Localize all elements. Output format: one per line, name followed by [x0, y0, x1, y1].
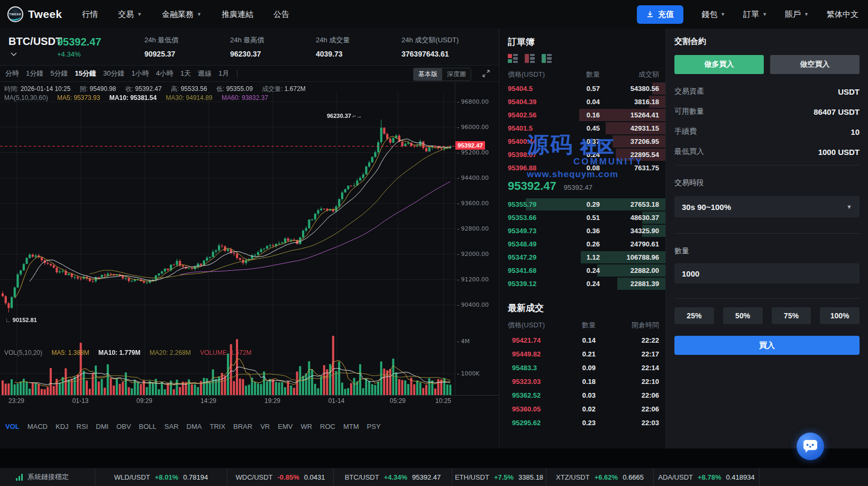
indicator-tab-roc[interactable]: ROC — [320, 423, 335, 430]
orderbook-row[interactable]: 95396.880.087631.75 — [499, 161, 665, 175]
orderbook-row[interactable]: 95404.50.5754380.56 — [499, 82, 665, 95]
orderbook-row[interactable]: 95349.730.3634325.90 — [499, 224, 665, 237]
orderbook-row[interactable]: 95401.50.4542931.15 — [499, 122, 665, 135]
trade-price: 95362.52 — [508, 391, 559, 399]
info-label: 交易資產 — [674, 87, 704, 96]
nav-item-label: 交易 — [118, 10, 134, 20]
timeframe-1月[interactable]: 1月 — [218, 69, 229, 78]
indicator-tab-dmi[interactable]: DMI — [96, 423, 108, 430]
indicator-tab-vol[interactable]: VOL — [5, 423, 20, 430]
timeframe-1分鐘[interactable]: 1分鐘 — [26, 69, 43, 78]
indicator-tab-psy[interactable]: PSY — [367, 423, 381, 430]
indicator-tab-sar[interactable]: SAR — [165, 423, 179, 430]
orderbook-row[interactable]: 95348.490.2624790.61 — [499, 237, 665, 251]
ticker-WLD/USDT[interactable]: WLD/USDT+8.01%0.78194 — [95, 468, 227, 486]
fullscreen-icon[interactable] — [482, 69, 490, 80]
ticker-pair: WLD/USDT — [114, 473, 150, 481]
stat-label: 24h 最高價 — [230, 35, 316, 45]
short-buy-button[interactable]: 做空買入 — [770, 55, 860, 74]
timeframe-1天[interactable]: 1天 — [180, 69, 191, 78]
indicator-tab-rsi[interactable]: RSI — [77, 423, 88, 430]
high-annotation: 96230.37 ⌐→ — [327, 113, 362, 119]
orderbook-row[interactable]: 95400.440.3737206.95 — [499, 135, 665, 148]
indicator-tab-mtm[interactable]: MTM — [343, 423, 359, 430]
order-qty: 0.26 — [556, 240, 600, 248]
percent-button-75[interactable]: 75% — [772, 307, 811, 324]
deposit-button[interactable]: 充值 — [637, 5, 683, 24]
indicator-tab-macd[interactable]: MACD — [28, 423, 48, 430]
nav-item-行情[interactable]: 行情 — [82, 10, 98, 20]
nav-item-金融業務[interactable]: 金融業務▼ — [162, 10, 202, 20]
indicator-tab-boll[interactable]: BOLL — [139, 423, 157, 430]
nav-item-公告[interactable]: 公告 — [273, 10, 289, 20]
timeframe-分時[interactable]: 分時 — [5, 69, 19, 78]
order-price: 95339.12 — [508, 280, 556, 288]
indicator-tab-kdj[interactable]: KDJ — [56, 423, 69, 430]
bids-list: 95355.790.2927653.1895353.660.5148630.37… — [499, 198, 665, 290]
nav-right: 充值 錢包▼訂單▼賬戶▼ 繁体中文 — [637, 5, 858, 24]
trade-row: 95362.520.0322:06 — [499, 388, 665, 402]
view-tab-基本版[interactable]: 基本版 — [414, 68, 442, 80]
orderbook-row[interactable]: 95339.120.2422881.39 — [499, 277, 665, 290]
orderbook-row[interactable]: 95402.560.1615264.41 — [499, 108, 665, 122]
pair-symbol[interactable]: BTC/USDT — [8, 35, 57, 48]
view-mode-tabs: 基本版深度圖 — [413, 68, 471, 81]
ohlc-legend: 時間: 2026-01-14 10:25 開: 95490.98 收: 9539… — [4, 85, 313, 94]
nav-item-錢包[interactable]: 錢包▼ — [701, 10, 725, 20]
orderbook-row[interactable]: 95355.790.2927653.18 — [499, 198, 665, 211]
timeframe-5分鐘[interactable]: 5分鐘 — [50, 69, 68, 78]
ticker-WDC/USDT[interactable]: WDC/USDT-0.85%0.0431 — [227, 468, 334, 486]
ticker-ADA/USDT[interactable]: ADA/USDT+8.78%0.418934 — [654, 468, 760, 486]
timeframe-15分鐘[interactable]: 15分鐘 — [75, 69, 96, 78]
timeframe-週線[interactable]: 週線 — [198, 69, 212, 78]
brand[interactable]: TWEEK Tweek — [7, 6, 62, 22]
language-selector[interactable]: 繁体中文 — [827, 10, 858, 20]
percent-button-100[interactable]: 100% — [820, 307, 860, 324]
indicator-tab-trix[interactable]: TRIX — [209, 423, 225, 430]
app-root: TWEEK Tweek 行情交易▼金融業務▼推廣連結公告 充值 錢包▼訂單▼賬戶… — [0, 0, 868, 486]
nav-item-賬戶[interactable]: 賬戶▼ — [785, 10, 809, 20]
timeframe-1小時[interactable]: 1小時 — [131, 69, 149, 78]
order-qty: 0.45 — [556, 124, 600, 132]
nav-item-推廣連結[interactable]: 推廣連結 — [222, 10, 253, 20]
trade-row: 95295.620.2322:03 — [499, 416, 665, 429]
orderbook-row[interactable]: 95398.070.2422895.54 — [499, 148, 665, 161]
chat-support-button[interactable]: ● ● ● — [797, 433, 824, 460]
percent-button-50[interactable]: 50% — [723, 307, 763, 324]
indicator-tab-obv[interactable]: OBV — [116, 423, 131, 430]
orderbook-view-bids-icon[interactable] — [542, 54, 552, 63]
buy-button[interactable]: 買入 — [674, 336, 860, 355]
indicator-tab-emv[interactable]: EMV — [278, 423, 293, 430]
indicator-tab-brar[interactable]: BRAR — [233, 423, 252, 430]
orderbook-row[interactable]: 95404.390.043816.18 — [499, 95, 665, 108]
footer-ticker-bar: 系統鏈接穩定 WLD/USDT+8.01%0.78194WDC/USDT-0.8… — [0, 468, 868, 486]
ticker-XTZ/USDT[interactable]: XTZ/USDT+6.62%0.6665 — [546, 468, 654, 486]
ticker-ETH/USDT[interactable]: ETH/USDT+7.5%3385.18 — [452, 468, 546, 486]
nav-item-訂單[interactable]: 訂單▼ — [743, 10, 767, 20]
orderbook-row[interactable]: 95353.660.5148630.37 — [499, 211, 665, 224]
long-buy-button[interactable]: 做多買入 — [674, 55, 764, 74]
orderbook-view-both-icon[interactable] — [508, 54, 518, 63]
chart-canvas[interactable] — [0, 82, 499, 417]
indicator-tab-dma[interactable]: DMA — [187, 423, 202, 430]
indicator-tab-vr[interactable]: VR — [260, 423, 270, 430]
orderbook-view-asks-icon[interactable] — [525, 54, 535, 63]
view-tab-深度圖[interactable]: 深度圖 — [442, 68, 471, 80]
x-axis-label: 10:25 — [435, 397, 451, 405]
ticker-pair: WDC/USDT — [235, 473, 272, 481]
indicator-tab-wr[interactable]: WR — [300, 423, 312, 430]
order-amount: 27653.18 — [600, 200, 659, 208]
trade-info-row: 最低買入1000 USDT — [674, 142, 860, 162]
percent-button-25[interactable]: 25% — [674, 307, 714, 324]
ticker-price: 0.6665 — [623, 473, 644, 481]
period-select[interactable]: 30s 90~100% ▼ — [674, 196, 860, 217]
nav-item-交易[interactable]: 交易▼ — [118, 10, 142, 20]
orderbook-row[interactable]: 95341.680.2422882.00 — [499, 264, 665, 277]
orderbook-row[interactable]: 95347.291.12106788.96 — [499, 251, 665, 264]
timeframe-30分鐘[interactable]: 30分鐘 — [103, 69, 124, 78]
chevron-down-icon[interactable] — [11, 49, 57, 58]
amount-input[interactable] — [674, 263, 860, 283]
order-price: 95404.39 — [508, 98, 556, 106]
timeframe-4小時[interactable]: 4小時 — [156, 69, 173, 78]
ticker-BTC/USDT[interactable]: BTC/USDT+4.34%95392.47 — [334, 468, 452, 486]
